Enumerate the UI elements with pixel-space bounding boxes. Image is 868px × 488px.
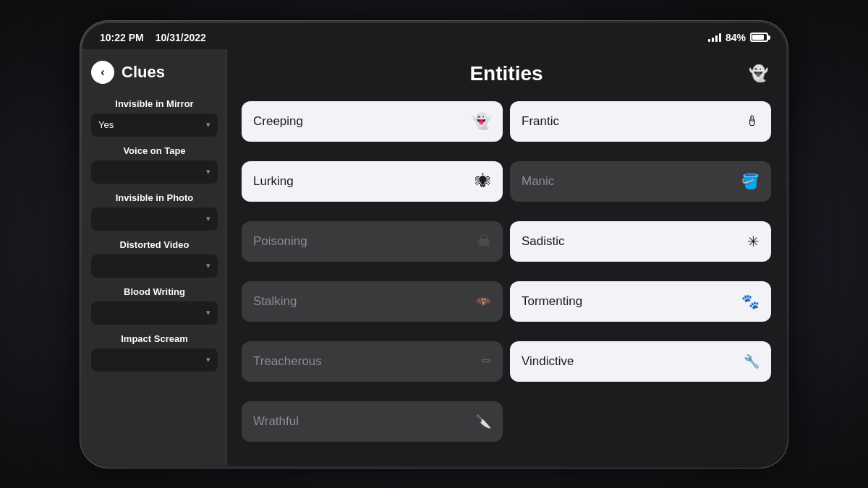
entity-name-wrathful: Wrathful xyxy=(253,414,299,429)
entity-stalking[interactable]: Stalking 🦇 xyxy=(242,281,503,322)
back-button[interactable]: ‹ xyxy=(91,61,114,84)
entity-name-lurking: Lurking xyxy=(253,174,294,189)
clue-dropdown-invisible-photo[interactable]: ▾ xyxy=(91,207,218,231)
entity-icon-lurking: 🕷 xyxy=(475,172,491,191)
status-date: 10/31/2022 xyxy=(156,32,206,43)
entity-frantic[interactable]: Frantic 🕯 xyxy=(510,101,771,142)
entity-name-tormenting: Tormenting xyxy=(522,294,582,309)
entity-grid: Creeping 👻 Frantic 🕯 Lurking 🕷 Manic xyxy=(242,101,771,454)
clue-label-impact-scream: Impact Scream xyxy=(91,333,218,344)
battery-icon xyxy=(750,33,768,42)
sidebar-title: Clues xyxy=(122,63,165,82)
entity-icon-frantic: 🕯 xyxy=(745,113,760,129)
entity-name-manic: Manic xyxy=(522,174,554,189)
clue-value-invisible-mirror: Yes xyxy=(98,119,114,130)
main-header: Entities 👻 xyxy=(242,61,771,87)
entity-name-stalking: Stalking xyxy=(253,294,297,309)
entity-poisoning[interactable]: Poisoning ☠ xyxy=(242,221,503,262)
clue-invisible-photo: Invisible in Photo ▾ xyxy=(91,192,218,231)
main-title: Entities xyxy=(268,62,745,85)
tablet-screen: 10:22 PM 10/31/2022 84% xyxy=(82,23,786,466)
entity-icon-stalking: 🦇 xyxy=(475,294,491,309)
entity-icon-manic: 🪣 xyxy=(741,173,760,190)
ghost-icon: 👻 xyxy=(749,64,768,83)
entity-icon-poisoning: ☠ xyxy=(477,232,491,251)
entity-icon-wrathful: 🔪 xyxy=(475,414,491,429)
status-left: 10:22 PM 10/31/2022 xyxy=(100,32,206,43)
entity-name-creeping: Creeping xyxy=(253,114,303,129)
clue-distorted-video: Distorted Video ▾ xyxy=(91,239,218,278)
clue-dropdown-invisible-mirror[interactable]: Yes ▾ xyxy=(91,114,218,137)
battery-fill xyxy=(752,35,764,40)
entity-lurking[interactable]: Lurking 🕷 xyxy=(242,161,503,202)
entity-wrathful[interactable]: Wrathful 🔪 xyxy=(242,401,503,442)
entity-icon-sadistic: ✳ xyxy=(747,233,760,250)
entity-tormenting[interactable]: Tormenting 🐾 xyxy=(510,281,771,322)
back-chevron-icon: ‹ xyxy=(101,66,104,79)
tablet-device: 10:22 PM 10/31/2022 84% xyxy=(80,20,788,468)
clue-label-distorted-video: Distorted Video xyxy=(91,239,218,250)
clue-label-invisible-photo: Invisible in Photo xyxy=(91,192,218,203)
status-right: 84% xyxy=(708,32,768,43)
entity-treacherous[interactable]: Treacherous ⚰ xyxy=(242,341,503,382)
dropdown-arrow-icon: ▾ xyxy=(206,261,210,270)
entity-name-sadistic: Sadistic xyxy=(522,234,565,249)
dropdown-arrow-icon: ▾ xyxy=(206,120,210,129)
entity-name-vindictive: Vindictive xyxy=(522,354,574,369)
entity-creeping[interactable]: Creeping 👻 xyxy=(242,101,503,142)
clue-label-blood-writing: Blood Writing xyxy=(91,286,218,297)
app-container: ‹ Clues Invisible in Mirror Yes ▾ Voice … xyxy=(82,49,786,466)
status-time: 10:22 PM xyxy=(100,32,144,43)
status-bar: 10:22 PM 10/31/2022 84% xyxy=(82,23,786,49)
clue-voice-tape: Voice on Tape ▾ xyxy=(91,145,218,184)
clue-dropdown-blood-writing[interactable]: ▾ xyxy=(91,301,218,325)
clue-dropdown-impact-scream[interactable]: ▾ xyxy=(91,348,218,372)
entity-icon-tormenting: 🐾 xyxy=(741,293,760,310)
ghost-button[interactable]: 👻 xyxy=(745,61,771,87)
clue-blood-writing: Blood Writing ▾ xyxy=(91,286,218,325)
dropdown-arrow-icon: ▾ xyxy=(206,167,210,176)
entity-icon-vindictive: 🔧 xyxy=(744,354,760,369)
clue-dropdown-voice-tape[interactable]: ▾ xyxy=(91,160,218,184)
clue-invisible-mirror: Invisible in Mirror Yes ▾ xyxy=(91,98,218,137)
entity-manic[interactable]: Manic 🪣 xyxy=(510,161,771,202)
entity-name-poisoning: Poisoning xyxy=(253,234,307,249)
clue-label-invisible-mirror: Invisible in Mirror xyxy=(91,98,218,109)
entity-name-treacherous: Treacherous xyxy=(253,354,322,369)
main-content: Entities 👻 Creeping 👻 Frantic 🕯 xyxy=(227,49,786,466)
battery-percent: 84% xyxy=(726,32,746,43)
sidebar: ‹ Clues Invisible in Mirror Yes ▾ Voice … xyxy=(82,49,227,466)
entity-name-frantic: Frantic xyxy=(522,114,559,129)
entity-icon-treacherous: ⚰ xyxy=(480,354,491,369)
sidebar-header: ‹ Clues xyxy=(91,61,218,84)
signal-icon xyxy=(708,33,721,42)
clue-dropdown-distorted-video[interactable]: ▾ xyxy=(91,254,218,278)
clue-label-voice-tape: Voice on Tape xyxy=(91,145,218,156)
entity-icon-creeping: 👻 xyxy=(472,112,491,131)
dropdown-arrow-icon: ▾ xyxy=(206,355,210,364)
dropdown-arrow-icon: ▾ xyxy=(206,214,210,223)
entity-vindictive[interactable]: Vindictive 🔧 xyxy=(510,341,771,382)
dropdown-arrow-icon: ▾ xyxy=(206,308,210,317)
clue-impact-scream: Impact Scream ▾ xyxy=(91,333,218,372)
entity-sadistic[interactable]: Sadistic ✳ xyxy=(510,221,771,262)
